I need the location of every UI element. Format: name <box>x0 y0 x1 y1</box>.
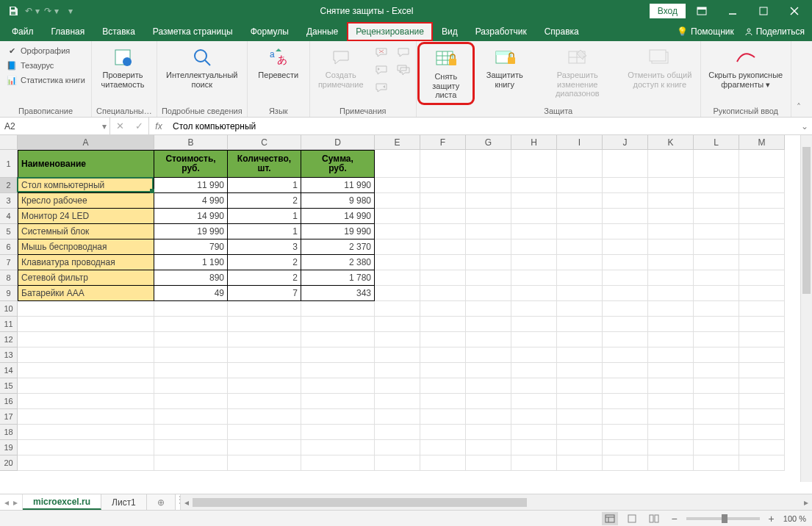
cell[interactable] <box>18 394 154 409</box>
redo-icon[interactable]: ↷ ▾ <box>43 2 60 20</box>
row-header-2[interactable]: 2 <box>0 178 18 193</box>
cell[interactable] <box>18 455 154 471</box>
col-header-F[interactable]: F <box>420 135 466 150</box>
cell[interactable] <box>739 394 785 409</box>
fx-icon[interactable]: fx <box>149 118 168 134</box>
cell[interactable] <box>694 270 739 286</box>
row-header-6[interactable]: 6 <box>0 239 18 255</box>
cell[interactable] <box>694 425 739 440</box>
cell[interactable] <box>557 440 603 455</box>
collapse-ribbon-icon[interactable]: ˄ <box>791 41 806 117</box>
cell[interactable] <box>375 255 420 270</box>
cell[interactable] <box>301 394 375 409</box>
cell[interactable] <box>154 455 228 471</box>
cell[interactable] <box>466 440 511 455</box>
cell[interactable] <box>648 317 694 332</box>
row-header-14[interactable]: 14 <box>0 363 18 378</box>
cell[interactable] <box>420 286 466 301</box>
cell[interactable] <box>603 178 648 193</box>
hscroll-right-icon[interactable]: ▸ <box>800 497 812 508</box>
show-all-comments-icon[interactable] <box>395 62 412 78</box>
cell[interactable] <box>648 270 694 286</box>
sheet-prev-icon[interactable]: ◂ <box>4 497 9 508</box>
cell[interactable]: Количество,шт. <box>228 150 301 178</box>
cell[interactable] <box>375 378 420 394</box>
cell[interactable] <box>511 378 557 394</box>
hide-ink-button[interactable]: Скрыть рукописныефрагменты ▾ <box>705 44 786 89</box>
cell[interactable] <box>18 301 154 317</box>
cell[interactable] <box>301 409 375 425</box>
cell[interactable] <box>739 178 785 193</box>
col-header-J[interactable]: J <box>603 135 648 150</box>
cell[interactable] <box>557 409 603 425</box>
cell[interactable] <box>466 317 511 332</box>
cell[interactable]: 2 380 <box>301 255 375 270</box>
cell[interactable] <box>557 224 603 239</box>
cell[interactable] <box>18 425 154 440</box>
cell[interactable]: 49 <box>154 286 228 301</box>
cell[interactable] <box>375 209 420 224</box>
row-header-13[interactable]: 13 <box>0 347 18 363</box>
cell[interactable]: 1 780 <box>301 270 375 286</box>
cell[interactable] <box>375 239 420 255</box>
cell[interactable] <box>648 178 694 193</box>
cell[interactable] <box>557 317 603 332</box>
cell[interactable]: 14 990 <box>301 209 375 224</box>
cell[interactable] <box>466 409 511 425</box>
cell[interactable] <box>154 440 228 455</box>
cell[interactable] <box>375 347 420 363</box>
cell[interactable] <box>466 332 511 347</box>
cell[interactable] <box>511 455 557 471</box>
col-header-K[interactable]: K <box>648 135 694 150</box>
translate-button[interactable]: aあ Перевести <box>252 44 305 80</box>
cell[interactable] <box>511 193 557 209</box>
cell[interactable] <box>154 425 228 440</box>
tab-вид[interactable]: Вид <box>433 22 467 41</box>
cell[interactable] <box>648 425 694 440</box>
cell[interactable]: 7 <box>228 286 301 301</box>
cell[interactable] <box>694 378 739 394</box>
cell[interactable]: Мышь беспроводная <box>18 239 154 255</box>
spelling-button[interactable]: ✔Орфография <box>4 44 87 57</box>
cell[interactable] <box>375 332 420 347</box>
cell[interactable] <box>648 347 694 363</box>
cell[interactable]: 790 <box>154 239 228 255</box>
cell[interactable] <box>694 440 739 455</box>
cell[interactable] <box>420 347 466 363</box>
cell[interactable] <box>603 150 648 178</box>
cell[interactable]: Клавиатура проводная <box>18 255 154 270</box>
workbook-stats-button[interactable]: 📊Статистика книги <box>4 73 87 87</box>
page-break-view-icon[interactable] <box>646 512 662 525</box>
thesaurus-button[interactable]: 📘Тезаурус <box>4 59 87 72</box>
cell[interactable] <box>301 425 375 440</box>
cell[interactable] <box>603 317 648 332</box>
cell[interactable]: Батарейки ААА <box>18 286 154 301</box>
row-header-17[interactable]: 17 <box>0 409 18 425</box>
cell[interactable]: Монитор 24 LED <box>18 209 154 224</box>
col-header-B[interactable]: B <box>154 135 228 150</box>
share-button[interactable]: Поделиться <box>744 26 805 37</box>
cell[interactable] <box>648 332 694 347</box>
row-header-3[interactable]: 3 <box>0 193 18 209</box>
row-header-19[interactable]: 19 <box>0 440 18 455</box>
cell[interactable] <box>301 317 375 332</box>
cell[interactable]: 14 990 <box>154 209 228 224</box>
cell[interactable] <box>648 394 694 409</box>
cell[interactable] <box>648 455 694 471</box>
cell[interactable] <box>420 150 466 178</box>
name-box[interactable]: A2 ▾ <box>0 118 110 134</box>
cell[interactable] <box>466 193 511 209</box>
cell[interactable] <box>420 224 466 239</box>
tab-разработчик[interactable]: Разработчик <box>467 22 536 41</box>
cell[interactable] <box>694 239 739 255</box>
cell[interactable]: 2 370 <box>301 239 375 255</box>
cell[interactable] <box>18 347 154 363</box>
vertical-scrollbar[interactable] <box>800 135 812 482</box>
cell[interactable] <box>557 455 603 471</box>
cell[interactable] <box>466 255 511 270</box>
allow-edit-ranges-button[interactable]: Разрешить изменениедиапазонов <box>537 44 618 98</box>
col-header-C[interactable]: C <box>228 135 301 150</box>
tab-формулы[interactable]: Формулы <box>242 22 298 41</box>
cell[interactable] <box>557 270 603 286</box>
cell[interactable] <box>375 394 420 409</box>
